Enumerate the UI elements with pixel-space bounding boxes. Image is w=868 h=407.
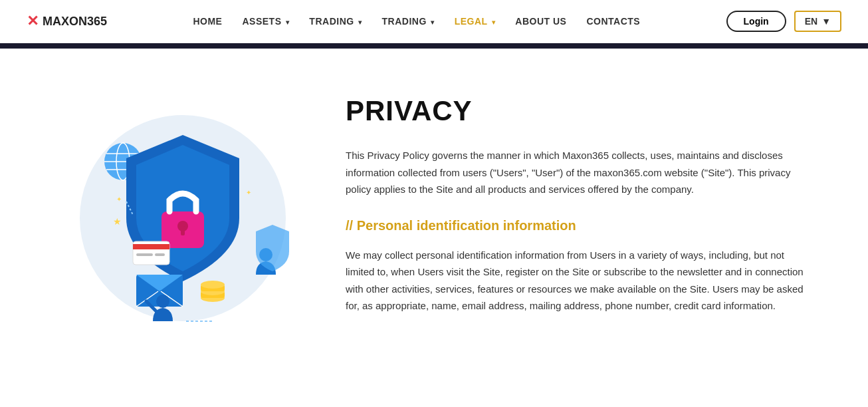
lang-selector[interactable]: EN ▼ — [794, 11, 841, 32]
lang-caret: ▼ — [821, 16, 831, 27]
illustration-area: ★ ✦ ✦ — [53, 88, 306, 335]
nav-item-trading2[interactable]: TRADING ▾ — [382, 15, 435, 27]
text-area: PRIVACY This Privacy Policy governs the … — [346, 88, 815, 335]
main-content: ★ ✦ ✦ PRIVACY This Privacy Policy govern… — [0, 49, 868, 374]
section1-heading: // Personal identification information — [346, 218, 815, 233]
nav-item-home[interactable]: HOME — [193, 15, 222, 27]
logo[interactable]: ✕ MAXON365 — [27, 13, 107, 30]
svg-rect-20 — [136, 253, 153, 256]
lang-label: EN — [805, 16, 817, 27]
intro-paragraph: This Privacy Policy governs the manner i… — [346, 147, 815, 198]
svg-rect-21 — [155, 253, 165, 256]
section1-text: We may collect personal identification i… — [346, 247, 815, 315]
svg-point-17 — [201, 281, 225, 289]
privacy-illustration: ★ ✦ ✦ — [60, 95, 299, 335]
nav-item-about[interactable]: ABOUT US — [515, 15, 566, 27]
nav-item-contacts[interactable]: CONTACTS — [586, 15, 640, 27]
nav-links: HOME ASSETS ▾ TRADING ▾ TRADING ▾ LEGAL … — [193, 15, 640, 27]
svg-text:★: ★ — [113, 216, 122, 227]
nav-item-trading1[interactable]: TRADING ▾ — [309, 15, 362, 27]
nav-item-legal[interactable]: LEGAL ▾ — [455, 15, 496, 27]
navbar: ✕ MAXON365 HOME ASSETS ▾ TRADING ▾ TRADI… — [0, 0, 868, 43]
nav-right: Login EN ▼ — [726, 11, 841, 32]
svg-rect-19 — [133, 244, 169, 249]
assets-caret: ▾ — [286, 19, 290, 26]
svg-text:✦: ✦ — [246, 189, 251, 196]
logo-icon: ✕ — [27, 13, 39, 30]
svg-text:✦: ✦ — [116, 196, 122, 203]
nav-link-about[interactable]: ABOUT US — [515, 16, 566, 27]
dark-bar — [0, 43, 868, 49]
svg-rect-8 — [181, 226, 185, 235]
trading2-caret: ▾ — [431, 19, 435, 26]
logo-text: MAXON365 — [43, 15, 107, 29]
nav-link-legal[interactable]: LEGAL ▾ — [455, 16, 496, 27]
login-button[interactable]: Login — [726, 11, 786, 32]
legal-caret: ▾ — [492, 19, 496, 26]
nav-link-assets[interactable]: ASSETS ▾ — [242, 16, 289, 27]
nav-item-assets[interactable]: ASSETS ▾ — [242, 15, 289, 27]
nav-link-contacts[interactable]: CONTACTS — [586, 16, 640, 27]
page-title: PRIVACY — [346, 95, 815, 127]
nav-link-trading2[interactable]: TRADING ▾ — [382, 16, 435, 27]
nav-link-trading1[interactable]: TRADING ▾ — [309, 16, 362, 27]
trading1-caret: ▾ — [358, 19, 362, 26]
nav-link-home[interactable]: HOME — [193, 16, 222, 27]
svg-point-22 — [156, 295, 169, 308]
